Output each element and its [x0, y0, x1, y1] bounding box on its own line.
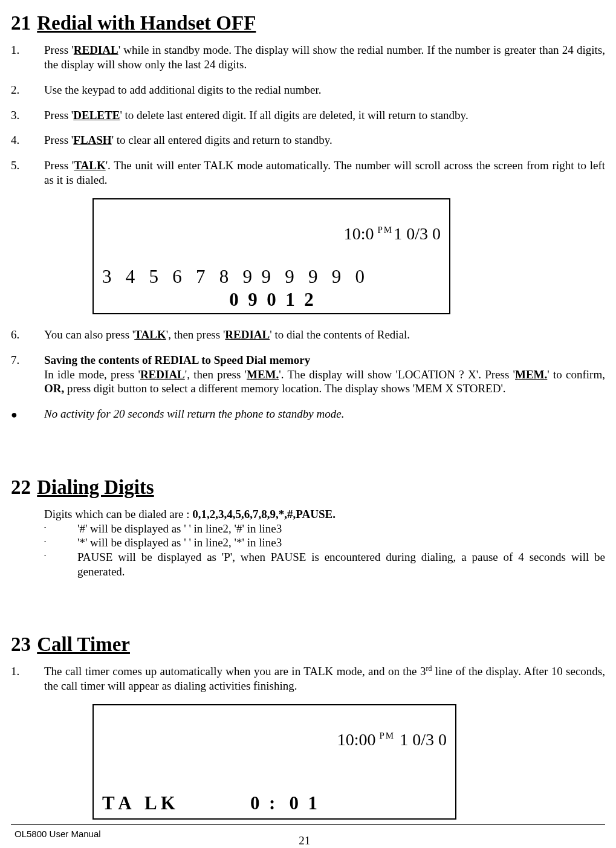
section-23-heading: 23 Call Timer — [11, 632, 605, 657]
item-body: Use the keypad to add additional digits … — [44, 83, 605, 97]
dash-icon: - — [44, 536, 77, 550]
lcd-line2: 3 4 5 6 7 8 9 9 9 9 9 0 — [102, 265, 441, 289]
page-footer: OL5800 User Manual 21 — [11, 825, 605, 848]
section-number: 23 — [11, 632, 32, 657]
section-title: Dialing Digits — [37, 476, 154, 498]
item-body: You can also press 'TALK', then press 'R… — [44, 328, 605, 342]
lcd-line1: 10:00PM 1 0/3 0 — [102, 708, 447, 771]
digits-intro: Digits which can be dialed are : 0,1,2,3… — [44, 507, 605, 522]
list-item: 3. Press 'DELETE' to delete last entered… — [11, 108, 605, 123]
lcd-line2-blank — [102, 771, 447, 792]
dash-text: '#' will be displayed as ' ' in line2, '… — [77, 522, 605, 536]
item-body: Press 'TALK'. The unit will enter TALK m… — [44, 158, 605, 187]
lcd-pm: PM — [380, 731, 395, 740]
item-number: 6. — [11, 328, 44, 342]
intro-text: Digits which can be dialed are : — [44, 508, 192, 520]
dash-text: '*' will be displayed as ' ' in line2, '… — [77, 536, 605, 550]
list-item: 1. The call timer comes up automatically… — [11, 664, 605, 693]
item-body: The call timer comes up automatically wh… — [44, 664, 605, 693]
section-21-list: 1. Press 'REDIAL' while in standby mode.… — [11, 43, 605, 421]
list-item: 4. Press 'FLASH' to clear all entered di… — [11, 133, 605, 147]
dash-item: - '#' will be displayed as ' ' in line2,… — [44, 522, 605, 536]
section-22-heading: 22 Dialing Digits — [11, 475, 605, 500]
lcd-line3: 0 9 0 1 2 — [102, 288, 441, 312]
footer-page-number: 21 — [101, 825, 508, 848]
lcd-time: 10:0 — [344, 224, 374, 243]
lcd-pm: PM — [378, 225, 394, 235]
lcd-line1: 10:0PM1 0/3 0 — [102, 202, 441, 265]
section-title: Call Timer — [37, 633, 130, 655]
intro-digits: 0,1,2,3,4,5,6,7,8,9,*,#,PAUSE. — [192, 508, 336, 520]
item-body: Press 'FLASH' to clear all entered digit… — [44, 133, 605, 147]
lcd-display-1: 10:0PM1 0/3 0 3 4 5 6 7 8 9 9 9 9 9 0 0 … — [92, 198, 450, 315]
bullet-icon: ● — [11, 407, 44, 422]
item-body: Press 'REDIAL' while in standby mode. Th… — [44, 43, 605, 72]
dash-text: PAUSE will be displayed as 'P', when PAU… — [77, 550, 605, 579]
dash-icon: - — [44, 550, 77, 579]
section-21-heading: 21 Redial with Handset OFF — [11, 11, 605, 36]
lcd-date: 1 0/3 0 — [394, 224, 441, 243]
item-number: 1. — [11, 43, 44, 72]
text-part: The call timer comes up automatically wh… — [44, 665, 426, 678]
section-number: 21 — [11, 11, 32, 36]
lcd-line3: T A L K 0 : 0 1 — [102, 792, 447, 815]
dash-item: - PAUSE will be displayed as 'P', when P… — [44, 550, 605, 579]
list-item: 5. Press 'TALK'. The unit will enter TAL… — [11, 158, 605, 187]
lcd-date: 1 0/3 0 — [395, 730, 447, 749]
lcd-display-2: 10:00PM 1 0/3 0 T A L K 0 : 0 1 — [92, 704, 456, 820]
item-body: Press 'DELETE' to delete last entered di… — [44, 108, 605, 123]
item-number: 5. — [11, 158, 44, 187]
list-item: 6. You can also press 'TALK', then press… — [11, 328, 605, 342]
item-number: 3. — [11, 108, 44, 123]
section-number: 22 — [11, 475, 32, 500]
item-body: Saving the contents of REDIAL to Speed D… — [44, 353, 605, 396]
dash-item: - '*' will be displayed as ' ' in line2,… — [44, 536, 605, 550]
list-item: 2. Use the keypad to add additional digi… — [11, 83, 605, 97]
section-title: Redial with Handset OFF — [37, 12, 256, 34]
lcd-time: 10:00 — [337, 730, 376, 749]
dash-icon: - — [44, 522, 77, 536]
footer-manual-name: OL5800 User Manual — [11, 825, 101, 840]
list-item: 7. Saving the contents of REDIAL to Spee… — [11, 353, 605, 396]
bullet-text: No activity for 20 seconds will return t… — [44, 407, 605, 422]
item-number: 4. — [11, 133, 44, 147]
item-number: 7. — [11, 353, 44, 396]
superscript: rd — [426, 664, 432, 673]
list-item: 1. Press 'REDIAL' while in standby mode.… — [11, 43, 605, 72]
item-number: 2. — [11, 83, 44, 97]
section-22-body: Digits which can be dialed are : 0,1,2,3… — [44, 507, 605, 579]
item-number: 1. — [11, 664, 44, 693]
section-23-list: 1. The call timer comes up automatically… — [11, 664, 605, 820]
bullet-note: ● No activity for 20 seconds will return… — [11, 407, 605, 422]
